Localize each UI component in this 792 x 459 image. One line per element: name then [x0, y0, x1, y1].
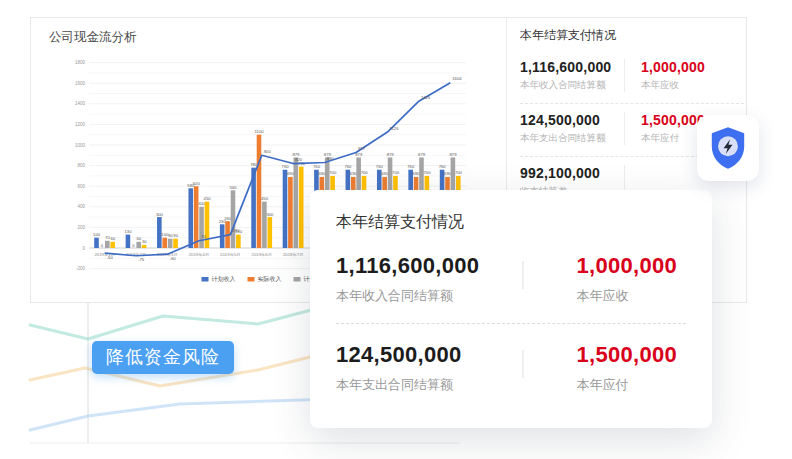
svg-text:130: 130	[125, 229, 133, 234]
svg-text:-75: -75	[138, 257, 145, 262]
svg-text:700: 700	[361, 170, 369, 175]
popup-receivable-label: 本年应收	[577, 287, 687, 305]
settlement-row-income: 1,116,600,000 本年收入合同结算额 1,000,000 本年应收	[520, 51, 744, 103]
svg-text:450: 450	[204, 196, 212, 201]
popup-receivable-value: 1,000,000	[577, 253, 687, 279]
svg-text:-200: -200	[76, 266, 86, 271]
svg-text:100: 100	[93, 232, 101, 237]
svg-text:30: 30	[142, 239, 147, 244]
svg-text:1126: 1126	[389, 126, 399, 131]
svg-text:879: 879	[418, 152, 426, 157]
popup-payable-label: 本年应付	[577, 376, 687, 394]
balance-value: 992,100,000	[520, 165, 624, 181]
svg-text:1800: 1800	[75, 60, 86, 65]
svg-text:2019年4月: 2019年4月	[189, 252, 210, 257]
receivable-value: 1,000,000	[641, 59, 744, 75]
svg-text:820: 820	[295, 157, 303, 162]
svg-text:700: 700	[392, 170, 400, 175]
svg-text:600: 600	[193, 181, 201, 186]
svg-text:-50: -50	[107, 255, 114, 260]
svg-text:760: 760	[407, 164, 415, 169]
svg-text:1200: 1200	[75, 122, 86, 127]
svg-text:600: 600	[77, 184, 85, 189]
popup-row-expense: 124,500,000 本年支出合同结算额 1,500,000 本年应付	[336, 342, 686, 410]
svg-text:450: 450	[261, 196, 269, 201]
svg-text:2019年5月: 2019年5月	[220, 252, 241, 257]
popup-income-settled-value: 1,116,600,000	[336, 253, 522, 279]
popup-row-income: 1,116,600,000 本年收入合同结算额 1,000,000 本年应收	[336, 253, 686, 321]
svg-text:879: 879	[387, 152, 395, 157]
svg-text:760: 760	[376, 164, 384, 169]
popup-expense-settled-value: 124,500,000	[336, 342, 522, 368]
svg-text:1100: 1100	[255, 129, 265, 134]
income-settled-label: 本年收入合同结算额	[520, 79, 624, 92]
svg-text:300: 300	[266, 212, 274, 217]
svg-text:1604: 1604	[452, 76, 462, 81]
shield-lightning-icon	[708, 126, 748, 170]
svg-text:200: 200	[77, 225, 85, 230]
svg-text:760: 760	[439, 164, 447, 169]
popup-income-settled-label: 本年收入合同结算额	[336, 287, 522, 305]
svg-text:1600: 1600	[75, 81, 86, 86]
svg-text:927: 927	[358, 146, 366, 151]
income-settled-value: 1,116,600,000	[520, 59, 624, 75]
svg-text:计划收入: 计划收入	[212, 275, 236, 283]
popup-payable-value: 1,500,000	[577, 342, 687, 368]
dashboard: 公司现金流分析 -2000200400600800100012001400160…	[0, 0, 792, 459]
svg-text:1400: 1400	[75, 101, 86, 106]
svg-text:760: 760	[344, 164, 352, 169]
svg-text:700: 700	[329, 170, 337, 175]
svg-text:879: 879	[449, 152, 457, 157]
svg-text:2019年7月: 2019年7月	[283, 252, 304, 257]
settlement-popup: 本年结算支付情况 1,116,600,000 本年收入合同结算额 1,000,0…	[310, 190, 712, 428]
svg-text:0: 0	[101, 243, 104, 248]
svg-text:实际收入: 实际收入	[258, 275, 282, 283]
svg-text:60: 60	[110, 236, 115, 241]
svg-text:700: 700	[455, 170, 463, 175]
svg-text:700: 700	[423, 170, 431, 175]
svg-text:-60: -60	[170, 256, 177, 261]
svg-text:1425: 1425	[421, 95, 431, 100]
svg-text:900: 900	[264, 149, 272, 154]
svg-text:70: 70	[201, 234, 206, 239]
svg-text:0: 0	[82, 246, 85, 251]
expense-settled-label: 本年支出合同结算额	[520, 132, 624, 145]
popup-expense-settled-label: 本年支出合同结算额	[336, 376, 522, 394]
svg-text:1000: 1000	[75, 143, 86, 148]
svg-text:300: 300	[156, 212, 164, 217]
svg-text:560: 560	[230, 185, 238, 190]
svg-text:90: 90	[173, 233, 178, 238]
svg-text:760: 760	[282, 164, 290, 169]
expense-settled-value: 124,500,000	[520, 112, 624, 128]
svg-text:830: 830	[327, 156, 335, 161]
settlement-panel-title: 本年结算支付情况	[520, 27, 744, 44]
risk-tag-button[interactable]: 降低资金风险	[92, 341, 234, 374]
popup-row-divider	[336, 323, 686, 324]
shield-badge	[697, 115, 759, 181]
svg-text:760: 760	[313, 164, 321, 169]
svg-text:400: 400	[77, 204, 85, 209]
svg-text:2019年6月: 2019年6月	[252, 252, 273, 257]
receivable-label: 本年应收	[641, 79, 744, 92]
svg-text:800: 800	[77, 163, 85, 168]
popup-title: 本年结算支付情况	[336, 212, 686, 233]
svg-text:130: 130	[232, 228, 240, 233]
svg-text:0: 0	[132, 243, 135, 248]
